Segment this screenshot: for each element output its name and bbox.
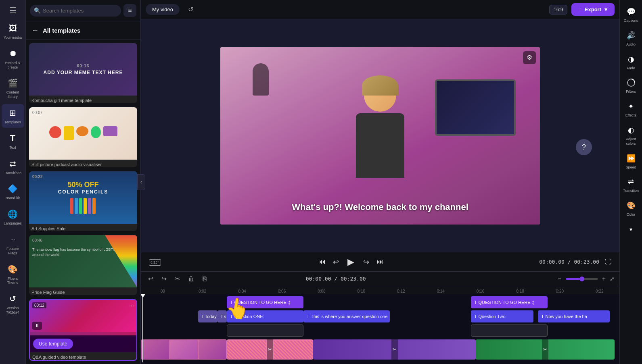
right-panel-fade[interactable]: ◑ Fade: [621, 51, 642, 74]
clip-p[interactable]: T s: [217, 310, 227, 322]
clip-answer-two[interactable]: T Now you have the ha: [538, 310, 610, 322]
sidebar-item-content-library[interactable]: 🎬 Contentlibrary: [2, 74, 24, 102]
video-segment-4[interactable]: ✂: [476, 339, 615, 360]
skip-forward-button[interactable]: ⏭: [374, 256, 386, 268]
sidebar-item-fluent-theme[interactable]: 🎨 FluentTheme: [2, 260, 24, 289]
zoom-in-button[interactable]: +: [600, 275, 607, 283]
sidebar-item-templates[interactable]: ⊞ Templates: [2, 104, 24, 128]
zoom-out-button[interactable]: −: [556, 275, 563, 283]
clip-question-two[interactable]: T Question Two:: [471, 310, 533, 322]
right-panel-label-transition: Transition: [623, 189, 639, 193]
clip-white-2[interactable]: [471, 324, 548, 337]
right-panel-transition[interactable]: ⇌ Transition: [621, 173, 642, 196]
clip-today[interactable]: T Today, w: [198, 310, 217, 322]
undo-button[interactable]: ↩: [146, 273, 156, 284]
panel-collapse-button[interactable]: ‹: [137, 174, 145, 190]
sidebar-item-languages[interactable]: 🌐 Languages: [2, 205, 24, 229]
zoom-slider[interactable]: [566, 278, 598, 280]
zoom-plus-icon: +: [602, 275, 606, 282]
video-segment-1[interactable]: [141, 339, 227, 360]
cc-button[interactable]: CC⁺: [147, 257, 163, 267]
help-button[interactable]: ?: [576, 139, 592, 155]
clip-question-1[interactable]: T QUESTION TO GO HERE :): [227, 296, 303, 308]
right-panel-color[interactable]: 🎨 Color: [621, 197, 642, 220]
template-thumb-art: 00:22 50% OFF COLOR PENCILS: [29, 171, 137, 224]
sidebar-item-label-brand-kit: Brand kit: [6, 196, 20, 200]
ruler-marks: 00 0:02 0:04 0:06 0:08 0:10 0:12 0:14 0:…: [141, 289, 619, 293]
fluent-theme-icon: 🎨: [7, 264, 19, 275]
export-label: Export: [585, 6, 601, 12]
clip-question-one[interactable]: T Question ONE:: [227, 310, 303, 322]
right-panel-speed[interactable]: ⏩ Speed: [621, 150, 642, 173]
template-item-qa[interactable]: 00:12 ⏸ ··· I think, therefore I am. — R…: [29, 299, 137, 361]
sidebar-item-transitions[interactable]: ⇄ Transitions: [2, 155, 24, 179]
export-button[interactable]: ↑ Export ▾: [571, 3, 615, 16]
right-panel-filters[interactable]: Filters: [621, 74, 642, 97]
clip-white-1[interactable]: [227, 324, 303, 337]
canvas-settings-button[interactable]: ⚙: [523, 51, 536, 64]
forward-button[interactable]: ↪: [361, 256, 372, 268]
right-panel-label-speed: Speed: [625, 165, 636, 170]
expand-timeline-button[interactable]: ⤢: [610, 276, 615, 282]
template-thumb-qa: 00:12 ⏸ ··· I think, therefore I am. — R…: [30, 300, 136, 352]
sidebar-item-feature-flags[interactable]: ··· FeatureFlags: [2, 231, 24, 259]
back-button[interactable]: ←: [31, 25, 40, 35]
expand-icon: ⤢: [610, 276, 615, 282]
right-panel-label-fade: Fade: [627, 66, 635, 71]
right-panel-effects[interactable]: ✦ Effects: [621, 98, 642, 121]
sidebar-item-text[interactable]: T Text: [2, 129, 24, 153]
video-subtitle: What's up?! Welcome back to my channel: [292, 202, 468, 212]
filter-button[interactable]: ≡: [123, 4, 136, 17]
template-item-kombucha[interactable]: 00:13 ADD YOUR MEME TEXT HERE Kombucha g…: [29, 43, 137, 103]
template-item-podcast[interactable]: 00:07 Still picture podcast audio visual…: [29, 107, 137, 167]
template-label-podcast: Still picture podcast audio visualiser: [29, 160, 137, 167]
play-button[interactable]: ▶: [344, 255, 358, 269]
template-label-art: Art Supplies Sale: [29, 224, 137, 231]
skip-back-button[interactable]: ⏮: [316, 256, 328, 268]
rewind-button[interactable]: ↩: [330, 256, 341, 268]
chevron-left-icon: ‹: [140, 179, 142, 185]
clip-question-2[interactable]: T QUESTION TO GO HERE :): [471, 296, 548, 308]
fullscreen-button[interactable]: ⛶: [603, 257, 613, 267]
sidebar-item-brand-kit[interactable]: 🔷 Brand kit: [2, 180, 24, 204]
sidebar-item-your-media[interactable]: 🖼 Your media: [2, 19, 24, 43]
timeline-time-display: 00:00.00 / 00:23.00: [306, 276, 366, 282]
copy-button[interactable]: ⎘: [200, 274, 209, 284]
clip-t-icon-4: T: [230, 314, 232, 319]
template-item-art-supplies[interactable]: 00:22 50% OFF COLOR PENCILS: [29, 171, 137, 231]
sidebar-item-label-templates: Templates: [4, 120, 21, 125]
skip-back-icon: ⏮: [318, 258, 326, 266]
ruler-mark-0: 00: [143, 289, 182, 293]
tracks-area: T QUESTION TO GO HERE :) T QUESTION TO G…: [141, 294, 619, 362]
video-thumbs-3: ✂: [313, 339, 476, 360]
video-segment-3[interactable]: ✂: [313, 339, 476, 360]
use-template-button[interactable]: Use template: [33, 339, 73, 349]
ruler-mark-4: 0:08: [302, 289, 341, 293]
track-row-answers: T Today, w T s T Question ONE: T: [141, 310, 619, 323]
right-panel-label-audio: Audio: [626, 42, 636, 47]
refresh-button[interactable]: ↺: [184, 4, 197, 16]
right-panel-audio[interactable]: 🔊 Audio: [621, 27, 642, 50]
video-segment-2[interactable]: ✂: [227, 339, 313, 360]
scissors-button[interactable]: ✂: [172, 273, 182, 284]
ruler-mark-11: 0:22: [580, 289, 619, 293]
template-item-pride[interactable]: 00:46 The rainbow flag has become the sy…: [29, 235, 137, 295]
search-input[interactable]: [30, 5, 121, 17]
right-panel-scroll-down[interactable]: ▾: [621, 221, 642, 238]
template-thumb-content-podcast: [43, 120, 124, 147]
sidebar-item-record[interactable]: ⏺ Record &create: [2, 45, 24, 73]
right-panel-adjust-colors[interactable]: ◐ Adjustcolors: [621, 122, 642, 149]
templates-search-bar: 🔍 ≡: [26, 0, 140, 21]
redo-button[interactable]: ↪: [159, 273, 169, 284]
clip-answer-one[interactable]: T This is where you answer question one: [303, 310, 389, 322]
delete-button[interactable]: 🗑: [186, 274, 197, 284]
timeline-toolbar: ↩ ↪ ✂ 🗑 ⎘ 00:00.00 / 00:23.00 −: [141, 272, 619, 286]
timeline-ruler: 00 0:02 0:04 0:06 0:08 0:10 0:12 0:14 0:…: [141, 286, 619, 294]
video-title-tab[interactable]: My video: [146, 4, 180, 15]
sidebar-item-version[interactable]: ↺ Version7/02da4: [2, 290, 24, 318]
track-row-lower: [141, 324, 619, 337]
effects-icon: ✦: [626, 101, 636, 112]
right-panel-captions[interactable]: 💬 Captions: [621, 3, 642, 26]
search-wrapper: 🔍: [30, 5, 121, 17]
hamburger-menu[interactable]: ☰: [7, 3, 19, 18]
